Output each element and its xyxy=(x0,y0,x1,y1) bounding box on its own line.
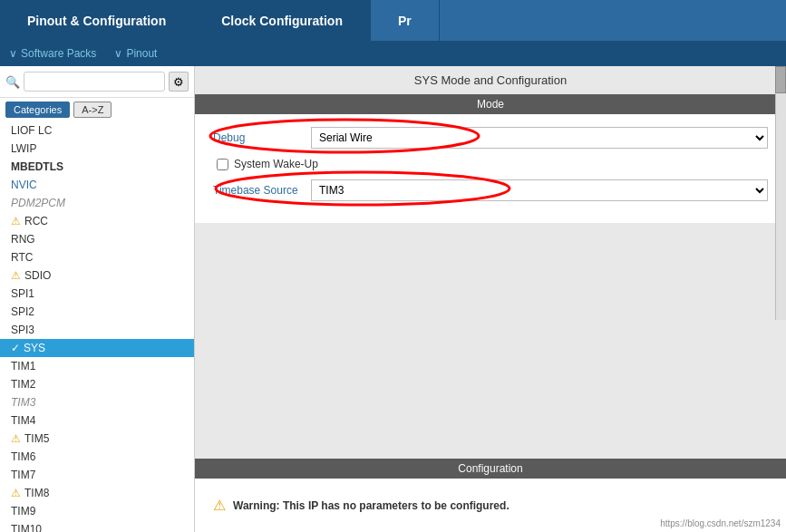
tab-pinout[interactable]: Pinout & Configuration xyxy=(0,0,194,41)
sidebar-item-spi3[interactable]: SPI3 xyxy=(0,321,194,339)
chevron-down-icon: ∨ xyxy=(9,47,17,60)
search-input[interactable] xyxy=(24,72,165,92)
sidebar-item-spi1[interactable]: SPI1 xyxy=(0,285,194,303)
sidebar-list: LIOF LC LWIP MBEDTLS NVIC PDM2PCM ⚠ RCC … xyxy=(0,121,194,532)
sidebar-item-tim7[interactable]: TIM7 xyxy=(0,466,194,484)
timebase-label: Timebase Source xyxy=(213,184,304,197)
spacer xyxy=(195,223,786,459)
filter-tab-az[interactable]: A->Z xyxy=(73,102,112,118)
filter-tab-categories[interactable]: Categories xyxy=(5,102,70,118)
sidebar-item-rtc[interactable]: RTC xyxy=(0,248,194,266)
search-bar: 🔍 ⚙ xyxy=(0,66,194,98)
sidebar-item-tim6[interactable]: TIM6 xyxy=(0,448,194,466)
sidebar-item-mbedtls[interactable]: MBEDTLS xyxy=(0,158,194,176)
debug-row: Debug Serial Wire xyxy=(213,127,768,149)
warning-icon-tim8: ⚠ xyxy=(11,487,21,499)
search-icon: 🔍 xyxy=(5,75,20,89)
scrollbar-thumb[interactable] xyxy=(775,66,786,93)
sidebar-item-lwip[interactable]: LWIP xyxy=(0,140,194,158)
sidebar-item-pdm2pcm[interactable]: PDM2PCM xyxy=(0,194,194,212)
pinout-link[interactable]: ∨ Pinout xyxy=(114,47,157,60)
system-wakeup-row: System Wake-Up xyxy=(213,158,768,170)
sidebar: 🔍 ⚙ Categories A->Z LIOF LC LWIP MBEDTLS xyxy=(0,66,195,532)
timebase-row: Timebase Source TIM3 xyxy=(213,179,768,201)
sidebar-item-tim5[interactable]: ⚠ TIM5 xyxy=(0,430,194,448)
software-packs-link[interactable]: ∨ Software Packs xyxy=(9,47,96,60)
mode-section-header: Mode xyxy=(195,94,786,114)
tab-clock[interactable]: Clock Configuration xyxy=(194,0,371,41)
scrollbar[interactable] xyxy=(775,66,786,320)
tab-project[interactable]: Pr xyxy=(371,0,440,41)
sidebar-item-tim4[interactable]: TIM4 xyxy=(0,411,194,430)
chevron-down-icon-2: ∨ xyxy=(114,47,122,60)
warning-icon-tim5: ⚠ xyxy=(11,432,21,445)
content-panel: SYS Mode and Configuration Mode Debug Se… xyxy=(195,66,786,532)
sidebar-item-tim9[interactable]: TIM9 xyxy=(0,502,194,520)
sidebar-item-tim2[interactable]: TIM2 xyxy=(0,375,194,393)
sidebar-item-tim1[interactable]: TIM1 xyxy=(0,357,194,375)
config-section-header: Configuration xyxy=(195,459,786,479)
warning-icon-sdio: ⚠ xyxy=(11,269,21,282)
sidebar-item-spi2[interactable]: SPI2 xyxy=(0,303,194,321)
debug-select[interactable]: Serial Wire xyxy=(311,127,768,149)
warning-icon-config: ⚠ xyxy=(213,497,226,514)
system-wakeup-label: System Wake-Up xyxy=(234,158,318,170)
sidebar-item-sdio[interactable]: ⚠ SDIO xyxy=(0,266,194,285)
watermark: https://blog.csdn.net/szm1234 xyxy=(660,518,781,528)
system-wakeup-checkbox[interactable] xyxy=(217,159,228,170)
debug-label: Debug xyxy=(213,131,304,144)
config-warning-text: Warning: This IP has no parameters to be… xyxy=(233,499,509,512)
check-icon-sys: ✓ xyxy=(11,342,20,354)
sidebar-item-tim3[interactable]: TIM3 xyxy=(0,393,194,411)
top-tab-bar: Pinout & Configuration Clock Configurati… xyxy=(0,0,786,41)
timebase-select[interactable]: TIM3 xyxy=(311,179,768,201)
sidebar-item-nvic[interactable]: NVIC xyxy=(0,176,194,194)
gear-button[interactable]: ⚙ xyxy=(169,72,189,92)
sidebar-item-sys[interactable]: ✓ SYS xyxy=(0,339,194,357)
section-title: SYS Mode and Configuration xyxy=(195,66,786,94)
filter-tab-bar: Categories A->Z xyxy=(0,98,194,121)
sidebar-item-liofle[interactable]: LIOF LC xyxy=(0,121,194,140)
sidebar-item-rng[interactable]: RNG xyxy=(0,230,194,248)
warning-icon-rcc: ⚠ xyxy=(11,215,21,227)
sidebar-item-tim10[interactable]: TIM10 xyxy=(0,520,194,532)
main-area: 🔍 ⚙ Categories A->Z LIOF LC LWIP MBEDTLS xyxy=(0,66,786,532)
mode-content: Debug Serial Wire System Wake-Up xyxy=(195,114,786,223)
subtitle-bar: ∨ Software Packs ∨ Pinout xyxy=(0,41,786,66)
sidebar-item-rcc[interactable]: ⚠ RCC xyxy=(0,212,194,230)
sidebar-item-tim8[interactable]: ⚠ TIM8 xyxy=(0,484,194,502)
content-area: SYS Mode and Configuration Mode Debug Se… xyxy=(195,66,786,532)
